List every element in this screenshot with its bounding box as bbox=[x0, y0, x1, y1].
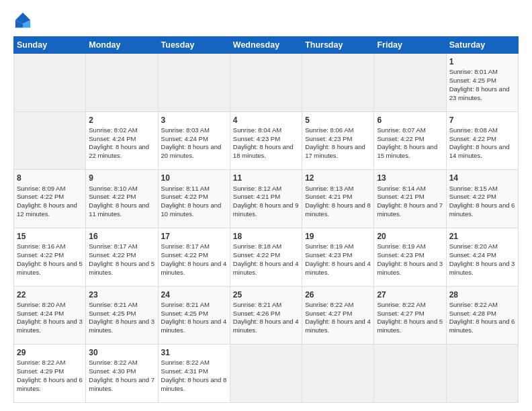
calendar-day: 5Sunrise: 8:06 AMSunset: 4:23 PMDaylight… bbox=[302, 111, 374, 170]
empty-day bbox=[374, 345, 446, 403]
calendar-day: 26Sunrise: 8:22 AMSunset: 4:27 PMDayligh… bbox=[302, 286, 374, 345]
calendar-day: 25Sunrise: 8:21 AMSunset: 4:26 PMDayligh… bbox=[230, 286, 302, 345]
weekday-header: Friday bbox=[374, 37, 446, 54]
calendar-day: 19Sunrise: 8:19 AMSunset: 4:23 PMDayligh… bbox=[302, 228, 374, 286]
calendar-day: 7Sunrise: 8:08 AMSunset: 4:22 PMDaylight… bbox=[446, 111, 518, 170]
calendar-day: 3Sunrise: 8:03 AMSunset: 4:24 PMDaylight… bbox=[158, 111, 230, 170]
empty-day bbox=[158, 54, 230, 112]
calendar-day: 16Sunrise: 8:17 AMSunset: 4:22 PMDayligh… bbox=[86, 228, 158, 286]
calendar-day: 11Sunrise: 8:12 AMSunset: 4:21 PMDayligh… bbox=[230, 170, 302, 228]
calendar-day: 17Sunrise: 8:17 AMSunset: 4:22 PMDayligh… bbox=[158, 228, 230, 286]
calendar-day: 24Sunrise: 8:21 AMSunset: 4:25 PMDayligh… bbox=[158, 286, 230, 345]
calendar-week-row: 8Sunrise: 8:09 AMSunset: 4:22 PMDaylight… bbox=[14, 170, 519, 228]
calendar-day: 31Sunrise: 8:22 AMSunset: 4:31 PMDayligh… bbox=[158, 345, 230, 403]
weekday-header: Saturday bbox=[446, 37, 518, 54]
calendar-day: 13Sunrise: 8:14 AMSunset: 4:21 PMDayligh… bbox=[374, 170, 446, 228]
empty-day bbox=[14, 111, 86, 170]
calendar-day: 30Sunrise: 8:22 AMSunset: 4:30 PMDayligh… bbox=[86, 345, 158, 403]
weekday-header: Wednesday bbox=[230, 37, 302, 54]
calendar-day: 27Sunrise: 8:22 AMSunset: 4:27 PMDayligh… bbox=[374, 286, 446, 345]
calendar-day: 10Sunrise: 8:11 AMSunset: 4:22 PMDayligh… bbox=[158, 170, 230, 228]
calendar-week-row: 15Sunrise: 8:16 AMSunset: 4:22 PMDayligh… bbox=[14, 228, 519, 286]
calendar-day: 21Sunrise: 8:20 AMSunset: 4:24 PMDayligh… bbox=[446, 228, 518, 286]
calendar-day: 2Sunrise: 8:02 AMSunset: 4:24 PMDaylight… bbox=[86, 111, 158, 170]
calendar-day: 20Sunrise: 8:19 AMSunset: 4:23 PMDayligh… bbox=[374, 228, 446, 286]
calendar-day: 12Sunrise: 8:13 AMSunset: 4:21 PMDayligh… bbox=[302, 170, 374, 228]
empty-day bbox=[302, 345, 374, 403]
empty-day bbox=[14, 54, 86, 112]
calendar-day: 22Sunrise: 8:20 AMSunset: 4:24 PMDayligh… bbox=[14, 286, 86, 345]
calendar-day: 6Sunrise: 8:07 AMSunset: 4:22 PMDaylight… bbox=[374, 111, 446, 170]
weekday-header: Monday bbox=[86, 37, 158, 54]
calendar-day: 9Sunrise: 8:10 AMSunset: 4:22 PMDaylight… bbox=[86, 170, 158, 228]
calendar-week-row: 1Sunrise: 8:01 AMSunset: 4:25 PMDaylight… bbox=[14, 54, 519, 112]
calendar-table: SundayMondayTuesdayWednesdayThursdayFrid… bbox=[13, 36, 519, 403]
calendar-day: 29Sunrise: 8:22 AMSunset: 4:29 PMDayligh… bbox=[14, 345, 86, 403]
calendar-day: 14Sunrise: 8:15 AMSunset: 4:22 PMDayligh… bbox=[446, 170, 518, 228]
calendar-week-row: 29Sunrise: 8:22 AMSunset: 4:29 PMDayligh… bbox=[14, 345, 519, 403]
calendar-day: 28Sunrise: 8:22 AMSunset: 4:28 PMDayligh… bbox=[446, 286, 518, 345]
empty-day bbox=[230, 54, 302, 112]
calendar-day: 15Sunrise: 8:16 AMSunset: 4:22 PMDayligh… bbox=[14, 228, 86, 286]
empty-day bbox=[302, 54, 374, 112]
empty-day bbox=[86, 54, 158, 112]
calendar-day: 18Sunrise: 8:18 AMSunset: 4:22 PMDayligh… bbox=[230, 228, 302, 286]
weekday-header: Thursday bbox=[302, 37, 374, 54]
empty-day bbox=[230, 345, 302, 403]
calendar-day: 1Sunrise: 8:01 AMSunset: 4:25 PMDaylight… bbox=[446, 54, 518, 112]
page: SundayMondayTuesdayWednesdayThursdayFrid… bbox=[0, 0, 532, 411]
calendar-week-row: 22Sunrise: 8:20 AMSunset: 4:24 PMDayligh… bbox=[14, 286, 519, 345]
calendar-day: 23Sunrise: 8:21 AMSunset: 4:25 PMDayligh… bbox=[86, 286, 158, 345]
logo-icon bbox=[13, 11, 32, 30]
calendar-week-row: 2Sunrise: 8:02 AMSunset: 4:24 PMDaylight… bbox=[14, 111, 519, 170]
weekday-header: Tuesday bbox=[158, 37, 230, 54]
empty-day bbox=[374, 54, 446, 112]
weekday-header-row: SundayMondayTuesdayWednesdayThursdayFrid… bbox=[14, 37, 519, 54]
weekday-header: Sunday bbox=[14, 37, 86, 54]
calendar-day: 8Sunrise: 8:09 AMSunset: 4:22 PMDaylight… bbox=[14, 170, 86, 228]
logo bbox=[13, 11, 35, 30]
calendar-day: 4Sunrise: 8:04 AMSunset: 4:23 PMDaylight… bbox=[230, 111, 302, 170]
empty-day bbox=[446, 345, 518, 403]
header bbox=[13, 11, 519, 30]
